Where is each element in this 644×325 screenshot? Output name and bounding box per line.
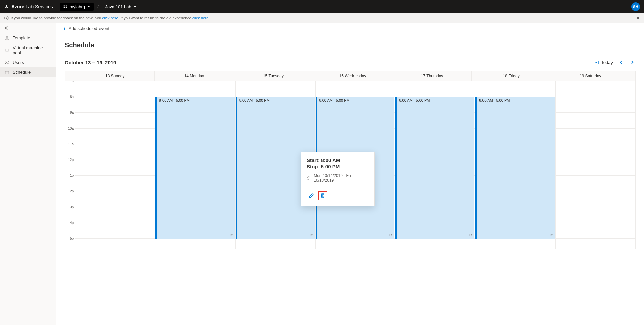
collapse-sidebar-button[interactable] — [0, 23, 56, 33]
info-icon — [4, 16, 9, 20]
azure-icon — [4, 4, 9, 9]
day-column-sunday[interactable] — [75, 81, 155, 249]
sidebar-item-template[interactable]: Template — [0, 33, 56, 43]
prev-week-button[interactable] — [618, 59, 624, 66]
monitor-icon — [5, 48, 9, 53]
breadcrumb: mylabrg / Java 101 Lab — [60, 3, 140, 11]
date-header: October 13 – 19, 2019 Today — [65, 59, 636, 66]
day-header: 17 Thursday — [392, 71, 471, 81]
day-column-saturday[interactable] — [555, 81, 635, 249]
sidebar-item-schedule[interactable]: Schedule — [0, 67, 56, 77]
toolbar: + Add scheduled event — [56, 23, 644, 34]
top-bar: Azure Lab Services mylabrg / Java 101 La… — [0, 0, 644, 13]
popover-start: Start: 8:00 AM — [307, 157, 369, 163]
delete-event-button[interactable] — [318, 191, 327, 200]
old-experience-link[interactable]: click here — [192, 16, 209, 20]
trash-icon — [320, 193, 325, 198]
day-header: 18 Friday — [471, 71, 551, 81]
day-header: 19 Saturday — [551, 71, 630, 81]
schedule-event[interactable]: 8:00 AM - 5:00 PM⟳ — [395, 97, 474, 239]
day-column-monday[interactable]: 8:00 AM - 5:00 PM⟳ — [155, 81, 235, 249]
sidebar-item-label: Users — [13, 60, 24, 65]
day-column-friday[interactable]: 8:00 AM - 5:00 PM⟳ — [475, 81, 555, 249]
svg-rect-3 — [5, 71, 9, 74]
add-event-button[interactable]: + Add scheduled event — [63, 26, 109, 31]
notice-text: If you would like to provide feedback on… — [11, 16, 210, 20]
schedule-event[interactable]: 8:00 AM - 5:00 PM⟳ — [475, 97, 555, 239]
day-header: 14 Monday — [154, 71, 234, 81]
recurring-icon: ⟳ — [469, 233, 472, 237]
user-avatar[interactable]: SH — [631, 2, 640, 11]
day-header: 15 Tuesday — [234, 71, 313, 81]
calendar-today-icon — [594, 60, 599, 65]
schedule-event[interactable]: 8:00 AM - 5:00 PM⟳ — [155, 97, 235, 239]
recurring-icon — [307, 176, 311, 180]
popover-stop: Stop: 5:00 PM — [307, 164, 369, 169]
day-column-thursday[interactable]: 8:00 AM - 5:00 PM⟳ — [395, 81, 475, 249]
next-week-button[interactable] — [629, 59, 636, 66]
svg-rect-1 — [5, 49, 9, 51]
page-title: Schedule — [65, 41, 636, 49]
main-layout: Template Virtual machine pool Users Sche… — [0, 23, 644, 325]
product-name: Azure Lab Services — [11, 4, 53, 9]
page-body: Schedule October 13 – 19, 2019 Today 13 … — [56, 34, 644, 325]
chevron-down-icon — [87, 5, 90, 8]
event-popover: Start: 8:00 AM Stop: 5:00 PM Mon 10/14/2… — [301, 152, 375, 206]
recurring-icon: ⟳ — [310, 233, 313, 237]
today-button[interactable]: Today — [594, 60, 613, 65]
feedback-link[interactable]: click here — [102, 16, 118, 20]
date-controls: Today — [594, 59, 636, 66]
recurring-icon: ⟳ — [230, 233, 233, 237]
recurring-icon: ⟳ — [550, 233, 553, 237]
svg-point-2 — [6, 61, 7, 62]
day-header: 13 Sunday — [75, 71, 154, 81]
popover-actions — [307, 191, 369, 200]
sidebar-item-vm-pool[interactable]: Virtual machine pool — [0, 43, 56, 58]
notice-bar: If you would like to provide feedback on… — [0, 13, 644, 23]
chevron-double-left-icon — [4, 26, 9, 30]
recurring-icon: ⟳ — [389, 233, 392, 237]
calendar-header: 13 Sunday 14 Monday 15 Tuesday 16 Wednes… — [65, 71, 635, 81]
pencil-icon — [309, 193, 314, 198]
edit-event-button[interactable] — [307, 191, 316, 200]
breadcrumb-rg[interactable]: mylabrg — [60, 3, 94, 11]
sidebar-item-label: Template — [13, 35, 30, 40]
calendar-icon — [5, 70, 9, 75]
plus-icon: + — [63, 26, 66, 31]
resource-group-icon — [63, 4, 68, 9]
product-logo: Azure Lab Services — [4, 4, 53, 9]
chevron-down-icon — [133, 5, 137, 8]
popover-date-range: Mon 10/14/2019 - Fri 10/18/2019 — [307, 173, 369, 187]
users-icon — [5, 60, 9, 65]
close-icon[interactable]: ✕ — [636, 15, 640, 21]
svg-rect-5 — [596, 62, 597, 63]
day-header: 16 Wednesday — [313, 71, 392, 81]
sidebar-item-label: Schedule — [13, 70, 31, 75]
breadcrumb-separator: / — [97, 4, 99, 9]
flask-icon — [5, 36, 9, 40]
sidebar-item-users[interactable]: Users — [0, 58, 56, 67]
time-column: 7a 8a 9a 10a 11a 12p 1p 2p 3p 4p 5p 6p — [65, 81, 75, 249]
sidebar-item-label: Virtual machine pool — [13, 45, 51, 55]
content-area: + Add scheduled event Schedule October 1… — [56, 23, 644, 325]
date-range: October 13 – 19, 2019 — [65, 60, 116, 65]
breadcrumb-lab[interactable]: Java 101 Lab — [102, 3, 140, 11]
sidebar: Template Virtual machine pool Users Sche… — [0, 23, 56, 325]
